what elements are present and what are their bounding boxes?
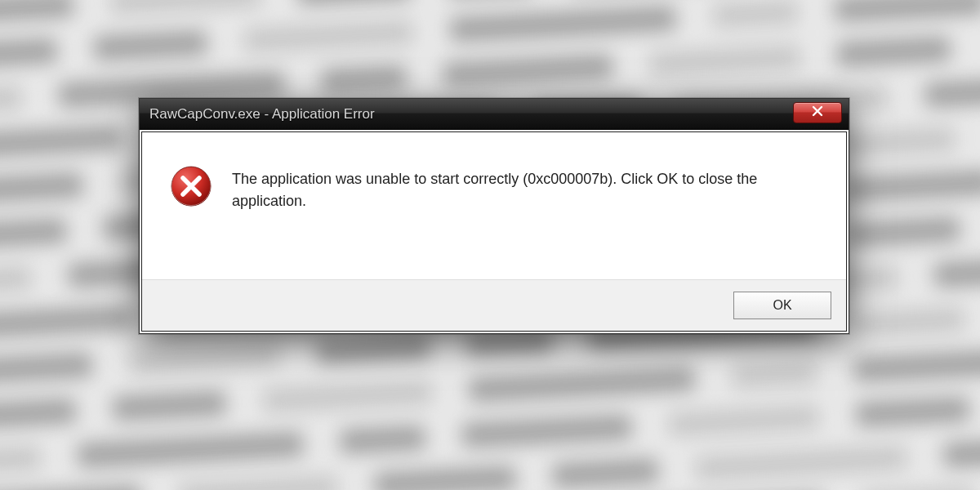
error-dialog: RawCapConv.exe - Application Error (139, 98, 849, 334)
close-button[interactable] (793, 102, 842, 123)
dialog-title: RawCapConv.exe - Application Error (149, 106, 375, 122)
error-message: The application was unable to start corr… (232, 165, 804, 212)
dialog-titlebar[interactable]: RawCapConv.exe - Application Error (140, 99, 849, 130)
dialog-body: The application was unable to start corr… (141, 131, 847, 332)
dialog-button-row: OK (142, 279, 846, 331)
error-icon (170, 165, 212, 207)
close-icon (811, 105, 824, 121)
dialog-content: The application was unable to start corr… (142, 132, 846, 279)
ok-button[interactable]: OK (733, 292, 831, 319)
